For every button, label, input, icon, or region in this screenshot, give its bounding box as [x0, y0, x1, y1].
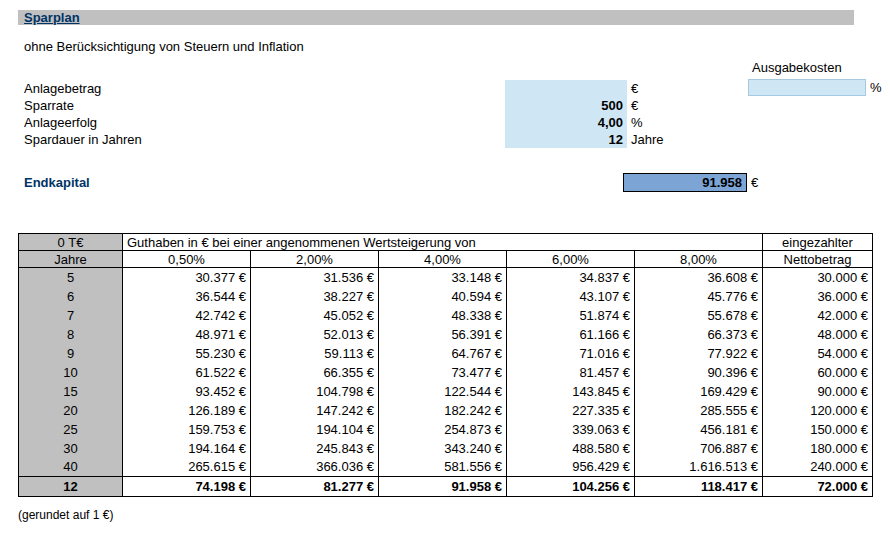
span-header: Guthaben in € bei einer angenommenen Wer… — [123, 234, 763, 251]
spardauer-label: Spardauer in Jahren — [24, 132, 142, 147]
table-row: 1061.522 €66.355 €73.477 €81.457 €90.396… — [19, 363, 873, 382]
value-cell: 45.776 € — [635, 287, 763, 306]
ausgabekosten-label: Ausgabekosten — [752, 60, 842, 75]
value-cell: 956.429 € — [507, 458, 635, 477]
table-body: 530.377 €31.536 €33.148 €34.837 €36.608 … — [19, 268, 873, 497]
value-cell: 254.873 € — [379, 420, 507, 439]
input-row-spardauer: Spardauer in Jahren 12 Jahre — [0, 131, 890, 148]
value-cell: 45.052 € — [251, 306, 379, 325]
value-cell: 34.837 € — [507, 268, 635, 287]
table-row: 40265.615 €366.036 €581.556 €956.429 €1.… — [19, 458, 873, 477]
jahre-cell: 6 — [19, 287, 123, 306]
netto-cell: 54.000 € — [763, 344, 873, 363]
results-table: 0 T€ Guthaben in € bei einer angenommene… — [18, 233, 873, 497]
value-cell: 194.164 € — [123, 439, 251, 458]
sparrate-input-cell[interactable]: 500 — [505, 97, 627, 114]
jahre-cell: 40 — [19, 458, 123, 477]
netto-cell: 90.000 € — [763, 382, 873, 401]
rate-header-3: 6,00% — [507, 251, 635, 268]
table-header-row-1: 0 T€ Guthaben in € bei einer angenommene… — [19, 234, 873, 251]
endkapital-result-cell[interactable]: 91.958 — [623, 173, 747, 192]
value-cell: 118.417 € — [635, 477, 763, 497]
value-cell: 245.843 € — [251, 439, 379, 458]
netto-cell: 180.000 € — [763, 439, 873, 458]
value-cell: 40.594 € — [379, 287, 507, 306]
sparrate-unit: € — [631, 98, 638, 113]
value-cell: 66.355 € — [251, 363, 379, 382]
value-cell: 56.391 € — [379, 325, 507, 344]
value-cell: 143.845 € — [507, 382, 635, 401]
input-row-anlagebetrag: Anlagebetrag € — [0, 80, 890, 97]
value-cell: 73.477 € — [379, 363, 507, 382]
value-cell: 55.230 € — [123, 344, 251, 363]
table-row: 1593.452 €104.798 €122.544 €143.845 €169… — [19, 382, 873, 401]
table-row: 530.377 €31.536 €33.148 €34.837 €36.608 … — [19, 268, 873, 287]
jahre-cell: 25 — [19, 420, 123, 439]
value-cell: 61.522 € — [123, 363, 251, 382]
title-bar: Sparplan — [18, 10, 854, 25]
rate-header-2: 4,00% — [379, 251, 507, 268]
table-row: 955.230 €59.113 €64.767 €71.016 €77.922 … — [19, 344, 873, 363]
jahre-cell: 5 — [19, 268, 123, 287]
jahre-cell: 15 — [19, 382, 123, 401]
anlageerfolg-input-cell[interactable]: 4,00 — [505, 114, 627, 131]
jahre-cell: 8 — [19, 325, 123, 344]
value-cell: 227.335 € — [507, 401, 635, 420]
value-cell: 104.256 € — [507, 477, 635, 497]
table-row: 848.971 €52.013 €56.391 €61.166 €66.373 … — [19, 325, 873, 344]
value-cell: 48.338 € — [379, 306, 507, 325]
rate-header-1: 2,00% — [251, 251, 379, 268]
jahre-cell: 7 — [19, 306, 123, 325]
netto-header-bottom: Nettobetrag — [763, 251, 873, 268]
value-cell: 36.544 € — [123, 287, 251, 306]
value-cell: 488.580 € — [507, 439, 635, 458]
page-title: Sparplan — [24, 10, 80, 25]
value-cell: 81.457 € — [507, 363, 635, 382]
anlagebetrag-unit: € — [631, 81, 638, 96]
netto-cell: 60.000 € — [763, 363, 873, 382]
netto-header-top: eingezahlter — [763, 234, 873, 251]
value-cell: 706.887 € — [635, 439, 763, 458]
value-cell: 126.189 € — [123, 401, 251, 420]
netto-cell: 42.000 € — [763, 306, 873, 325]
anlageerfolg-unit: % — [631, 115, 643, 130]
value-cell: 285.555 € — [635, 401, 763, 420]
value-cell: 38.227 € — [251, 287, 379, 306]
anlagebetrag-label: Anlagebetrag — [24, 81, 101, 96]
value-cell: 194.104 € — [251, 420, 379, 439]
value-cell: 90.396 € — [635, 363, 763, 382]
value-cell: 77.922 € — [635, 344, 763, 363]
value-cell: 61.166 € — [507, 325, 635, 344]
corner-header: 0 T€ — [19, 234, 123, 251]
table-row: 742.742 €45.052 €48.338 €51.874 €55.678 … — [19, 306, 873, 325]
rate-header-4: 8,00% — [635, 251, 763, 268]
netto-cell: 48.000 € — [763, 325, 873, 344]
value-cell: 343.240 € — [379, 439, 507, 458]
table-row: 636.544 €38.227 €40.594 €43.107 €45.776 … — [19, 287, 873, 306]
value-cell: 59.113 € — [251, 344, 379, 363]
spardauer-input-cell[interactable]: 12 — [505, 131, 627, 148]
value-cell: 51.874 € — [507, 306, 635, 325]
footnote: (gerundet auf 1 €) — [18, 508, 113, 522]
result-row: Endkapital 91.958 € — [0, 172, 890, 194]
value-cell: 339.063 € — [507, 420, 635, 439]
value-cell: 122.544 € — [379, 382, 507, 401]
value-cell: 48.971 € — [123, 325, 251, 344]
value-cell: 1.616.513 € — [635, 458, 763, 477]
spreadsheet: Sparplan ohne Berücksichtigung von Steue… — [0, 0, 890, 557]
rate-header-0: 0,50% — [123, 251, 251, 268]
value-cell: 93.452 € — [123, 382, 251, 401]
value-cell: 169.429 € — [635, 382, 763, 401]
table-row: 30194.164 €245.843 €343.240 €488.580 €70… — [19, 439, 873, 458]
spardauer-unit: Jahre — [631, 132, 664, 147]
subtitle: ohne Berücksichtigung von Steuern und In… — [24, 39, 304, 54]
jahre-cell: 12 — [19, 477, 123, 497]
value-cell: 104.798 € — [251, 382, 379, 401]
value-cell: 30.377 € — [123, 268, 251, 287]
anlagebetrag-input-cell[interactable] — [505, 80, 627, 97]
value-cell: 33.148 € — [379, 268, 507, 287]
value-cell: 55.678 € — [635, 306, 763, 325]
netto-cell: 36.000 € — [763, 287, 873, 306]
netto-cell: 240.000 € — [763, 458, 873, 477]
value-cell: 182.242 € — [379, 401, 507, 420]
